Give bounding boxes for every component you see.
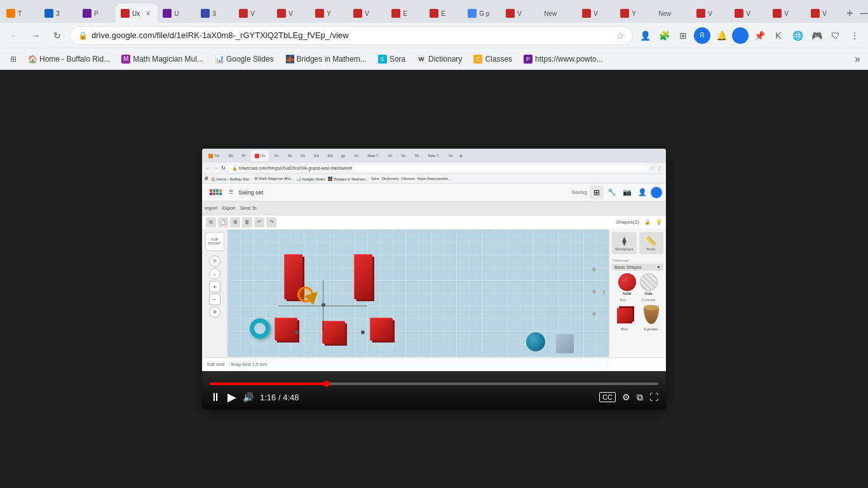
mini-tab-gy: gy: [337, 150, 349, 161]
tab-p[interactable]: P: [78, 4, 116, 23]
bookmark-math[interactable]: M Math Magician Mul...: [116, 53, 208, 65]
fullscreen-button[interactable]: ⛶: [649, 392, 658, 402]
back-button[interactable]: ←: [5, 27, 23, 44]
pause-button[interactable]: ⏸: [210, 391, 221, 404]
address-box[interactable]: 🔒 drive.google.com/file/d/1eIRK-1aX0m8-_…: [70, 26, 633, 45]
tc-workplane-ruler: ⧫ Workplane 📏 Ruler: [609, 229, 666, 257]
extension-icon-2[interactable]: [732, 27, 749, 44]
tab-v4[interactable]: V: [501, 4, 539, 23]
bookmark-star-icon[interactable]: ☆: [616, 30, 625, 41]
mini-tab-label: 3D: [228, 154, 233, 158]
bookmarks-more-button[interactable]: »: [852, 53, 863, 65]
tab-v6[interactable]: V: [691, 4, 729, 23]
progress-bar[interactable]: [210, 383, 658, 385]
mini-tab-vc6: Vc: [445, 150, 457, 161]
tab-active[interactable]: Ux ✕: [116, 4, 158, 23]
tc-cylinder-shape-icon: [640, 303, 663, 326]
tab-favicon: [201, 9, 210, 18]
tab-v7[interactable]: V: [729, 4, 768, 23]
tc-export-label: Export: [222, 206, 235, 210]
extension-icon-3[interactable]: 📌: [751, 27, 768, 44]
tc-logo-cell: [216, 193, 219, 195]
tab-v5[interactable]: V: [577, 4, 615, 23]
tab-y2[interactable]: Y: [615, 4, 653, 23]
miniplayer-button[interactable]: ⧉: [637, 392, 643, 403]
tab-close-button[interactable]: ✕: [144, 9, 153, 18]
cc-button[interactable]: CC: [599, 392, 616, 402]
extension-icon-1[interactable]: 🔔: [713, 27, 729, 44]
extension-icon-7[interactable]: 🛡: [827, 27, 844, 44]
tab-label: Y: [327, 10, 331, 17]
mini-tab-ed2: Ed: [324, 150, 336, 161]
tc-cylinder-3d: [644, 305, 659, 324]
tc-zoom-in-btn: +: [209, 281, 220, 292]
settings-button[interactable]: ⚙: [622, 392, 630, 402]
tc-redo-btn: ↷: [266, 217, 276, 227]
profile-icon[interactable]: 👤: [637, 27, 653, 44]
new-tab-button[interactable]: +: [846, 4, 853, 22]
bookmark-label: Sora: [390, 55, 405, 64]
minimize-button[interactable]: ─: [856, 5, 868, 22]
tab-v9[interactable]: V: [806, 4, 844, 23]
tab-new2[interactable]: New: [653, 4, 691, 23]
menu-button[interactable]: ⋮: [846, 27, 863, 44]
tab-label: V: [250, 10, 255, 17]
tc-shapes-section: Tinkercad Basic Shapes ▼ Solid: [609, 257, 666, 333]
mini-tab-favicon: [208, 154, 213, 158]
bookmark-powto[interactable]: P https://www.powto...: [519, 53, 608, 65]
volume-button[interactable]: 🔊: [243, 392, 254, 402]
tab-gp[interactable]: G p: [463, 4, 501, 23]
extension-icon-4[interactable]: K: [770, 27, 787, 44]
mini-tab-label: Yo: [287, 154, 292, 158]
tab-e1[interactable]: E: [386, 4, 424, 23]
tab-v1[interactable]: V: [234, 4, 272, 23]
readinglist-icon[interactable]: R: [694, 27, 710, 44]
mini-tab-label: Vc: [388, 154, 393, 158]
tab-v3[interactable]: V: [348, 4, 386, 23]
tab-3b[interactable]: 3: [196, 4, 234, 23]
tab-search-icon[interactable]: ⊞: [675, 27, 691, 44]
mini-tab-bar: Tin 3D Pr Un Vc Y: [202, 149, 666, 163]
bookmark-dictionary[interactable]: W Dictionary: [412, 53, 467, 65]
tc-undo-btn: ↶: [254, 217, 264, 227]
bookmark-home[interactable]: 🏠 Home - Buffalo Rid...: [23, 53, 115, 65]
tab-new1[interactable]: New: [539, 4, 577, 23]
tab-v8[interactable]: V: [768, 4, 806, 23]
mini-bookmarks: ⊞ 🏠 Home - Buffalo Rid... M Math Magicia…: [202, 174, 666, 184]
tc-fit-btn: ⊕: [209, 306, 220, 318]
total-time: 4:48: [283, 393, 299, 402]
tab-e2[interactable]: E: [424, 4, 463, 23]
tab-v2[interactable]: V: [272, 4, 310, 23]
tab-t[interactable]: T: [1, 4, 39, 23]
bookmark-slides[interactable]: 📊 Google Slides: [210, 53, 279, 65]
bookmark-label: Google Slides: [226, 55, 274, 64]
apps-button[interactable]: ⊞: [5, 51, 22, 67]
play-button[interactable]: ▶: [227, 390, 236, 404]
tc-edit-grid-label: Edit Grid: [207, 362, 224, 367]
tab-y1[interactable]: Y: [310, 4, 348, 23]
tab-label: E: [403, 10, 407, 17]
extension-icon-6[interactable]: 🎮: [808, 27, 825, 44]
mini-bookmark-math: M Math Magician Mul...: [254, 177, 294, 180]
bookmark-bridges[interactable]: 🌉 Bridges in Mathem...: [280, 53, 372, 65]
refresh-button[interactable]: ↻: [48, 27, 66, 44]
shape-ring: [250, 318, 270, 339]
mini-tab-label: Yo: [415, 154, 419, 158]
bookmark-sora[interactable]: S Sora: [373, 53, 410, 65]
bookmark-classes[interactable]: C Classes: [468, 53, 517, 65]
mini-tab-label: Vc: [354, 154, 358, 158]
extensions-puzzle-icon[interactable]: 🧩: [656, 27, 672, 44]
video-player[interactable]: Tin 3D Pr Un Vc Y: [202, 149, 666, 409]
mini-tab-label: Un: [261, 154, 266, 158]
forward-button[interactable]: →: [27, 27, 44, 44]
tab-3a[interactable]: 3: [39, 4, 78, 23]
extension-icon-5[interactable]: 🌐: [789, 27, 806, 44]
tab-favicon: [468, 9, 477, 18]
tab-u[interactable]: U: [158, 4, 196, 23]
tc-box-3d: [615, 306, 634, 323]
tc-dropdown-arrow: ▼: [656, 265, 661, 269]
mini-bookmark-classes: Classes: [401, 177, 414, 180]
tab-favicon: [44, 9, 53, 18]
bookmark-favicon: S: [378, 55, 387, 64]
tc-bottom-bar: Edit Grid Snap Grid 1.0 mm: [202, 357, 666, 371]
